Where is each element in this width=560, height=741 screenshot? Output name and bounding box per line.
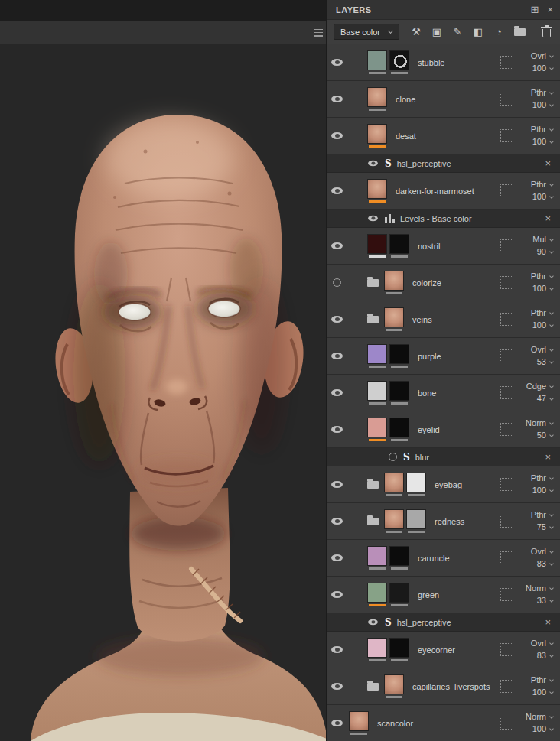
layer-thumbnail[interactable] [367, 50, 387, 70]
mask-thumbnail[interactable] [389, 344, 409, 364]
layer-row[interactable]: colorizePthr100 [327, 265, 560, 301]
effect-row[interactable]: Shsl_perceptive× [327, 154, 560, 173]
layer-name[interactable]: darken-for-marmoset [396, 187, 500, 196]
mask-thumbnail[interactable] [389, 418, 409, 437]
layer-thumbnail[interactable] [367, 583, 387, 603]
remove-effect-button[interactable]: × [545, 213, 560, 223]
layer-thumbnail[interactable] [349, 711, 369, 731]
add-smart-mask-icon[interactable]: ◔ [493, 26, 504, 37]
blend-mode-select[interactable]: Cdge [526, 382, 553, 391]
mask-thumbnail[interactable] [406, 473, 426, 492]
add-paint-layer-icon[interactable]: ✎ [452, 26, 463, 37]
layer-thumbnail[interactable] [367, 638, 387, 658]
layer-row[interactable]: rednessPthr75 [327, 503, 560, 540]
layer-row[interactable]: purpleOvrl53 [327, 338, 560, 375]
blend-mode-select[interactable]: Norm [526, 584, 553, 593]
visibility-toggle[interactable] [331, 132, 343, 139]
opacity-select[interactable]: 83 [537, 560, 553, 568]
layer-row[interactable]: clonePthr100 [327, 81, 560, 118]
effect-name[interactable]: Levels - Base color [400, 214, 472, 223]
blend-mode-select[interactable]: Ovrl [531, 639, 553, 648]
viewport-options-icon[interactable] [314, 29, 323, 37]
blend-mode-select[interactable]: Pthr [531, 272, 553, 281]
layer-name[interactable]: clone [396, 95, 500, 104]
layer-thumbnail[interactable] [367, 381, 387, 401]
visibility-toggle[interactable] [331, 389, 343, 396]
visibility-toggle[interactable] [389, 453, 397, 461]
mask-thumbnail[interactable] [389, 381, 409, 401]
layer-row[interactable]: desatPthr100 [327, 118, 560, 154]
opacity-select[interactable]: 33 [537, 596, 553, 605]
blend-mode-select[interactable]: Mul [532, 236, 553, 244]
remove-effect-button[interactable]: × [545, 452, 560, 462]
layer-name[interactable]: stubble [418, 58, 500, 67]
layer-row[interactable]: greenNorm33 [327, 577, 560, 613]
blend-mode-select[interactable]: Pthr [531, 676, 553, 684]
visibility-toggle[interactable] [368, 161, 378, 167]
layer-row[interactable]: capillaries_liverspotsPthr100 [327, 668, 560, 705]
add-folder-icon[interactable] [514, 26, 531, 37]
visibility-toggle[interactable] [333, 278, 341, 287]
opacity-select[interactable]: 100 [532, 193, 553, 201]
opacity-select[interactable]: 100 [532, 688, 553, 697]
delete-layer-icon[interactable] [541, 26, 552, 37]
viewport-3d[interactable] [0, 0, 327, 741]
effect-row[interactable]: Sblur× [327, 448, 560, 466]
close-panel-icon[interactable]: × [547, 5, 553, 15]
layer-thumbnail[interactable] [367, 546, 387, 566]
opacity-select[interactable]: 90 [537, 248, 553, 256]
effect-name[interactable]: blur [415, 453, 429, 462]
remove-effect-button[interactable]: × [545, 158, 560, 168]
visibility-toggle[interactable] [331, 353, 343, 359]
blend-mode-select[interactable]: Pthr [531, 180, 553, 189]
layer-row[interactable]: eyelidNorm50 [327, 411, 560, 448]
opacity-select[interactable]: 83 [537, 652, 553, 660]
dock-panel-icon[interactable]: ⊞ [531, 5, 539, 15]
mask-thumbnail[interactable] [389, 583, 409, 603]
channel-dropdown[interactable]: Base color [334, 24, 399, 40]
opacity-select[interactable]: 100 [532, 725, 553, 733]
visibility-toggle[interactable] [331, 96, 343, 102]
opacity-select[interactable]: 100 [532, 64, 553, 73]
layer-name[interactable]: green [418, 590, 500, 600]
blend-mode-select[interactable]: Norm [526, 419, 553, 427]
blend-mode-select[interactable]: Pthr [531, 511, 553, 519]
opacity-select[interactable]: 100 [532, 101, 553, 109]
layer-name[interactable]: desat [396, 132, 500, 141]
layer-row[interactable]: veinsPthr100 [327, 301, 560, 338]
opacity-select[interactable]: 100 [532, 321, 553, 330]
effect-row[interactable]: Levels - Base color× [327, 210, 560, 228]
layer-thumbnail[interactable] [367, 124, 387, 144]
blend-mode-select[interactable]: Pthr [531, 474, 553, 483]
effect-name[interactable]: hsl_perceptive [397, 618, 451, 627]
add-fill-layer-icon[interactable]: ◧ [473, 26, 483, 37]
layer-row[interactable]: eyecornerOvrl83 [327, 632, 560, 668]
layer-name[interactable]: nostril [418, 242, 500, 251]
visibility-toggle[interactable] [331, 591, 343, 598]
effect-name[interactable]: hsl_perceptive [397, 159, 451, 168]
layer-thumbnail[interactable] [367, 418, 387, 437]
visibility-toggle[interactable] [368, 216, 378, 222]
layer-name[interactable]: eyebag [435, 480, 500, 489]
layer-name[interactable]: eyelid [418, 425, 500, 434]
blend-mode-select[interactable]: Ovrl [531, 548, 553, 556]
opacity-select[interactable]: 53 [537, 358, 553, 366]
opacity-select[interactable]: 100 [532, 138, 553, 146]
blend-mode-select[interactable]: Pthr [531, 89, 553, 97]
mask-thumbnail[interactable] [389, 546, 409, 566]
layer-name[interactable]: purple [418, 352, 500, 361]
blend-mode-select[interactable]: Pthr [531, 125, 553, 134]
mask-thumbnail[interactable] [389, 638, 409, 658]
mask-thumbnail[interactable] [389, 234, 409, 254]
visibility-toggle[interactable] [331, 481, 343, 488]
visibility-toggle[interactable] [331, 683, 343, 690]
layer-thumbnail[interactable] [367, 234, 387, 254]
blend-mode-select[interactable]: Norm [526, 713, 553, 721]
head-3d-render[interactable] [0, 44, 327, 741]
visibility-toggle[interactable] [331, 242, 343, 249]
opacity-select[interactable]: 50 [537, 431, 553, 440]
layer-thumbnail[interactable] [384, 307, 404, 327]
blend-mode-select[interactable]: Ovrl [531, 346, 553, 354]
visibility-toggle[interactable] [331, 316, 343, 323]
remove-effect-button[interactable]: × [545, 617, 560, 627]
